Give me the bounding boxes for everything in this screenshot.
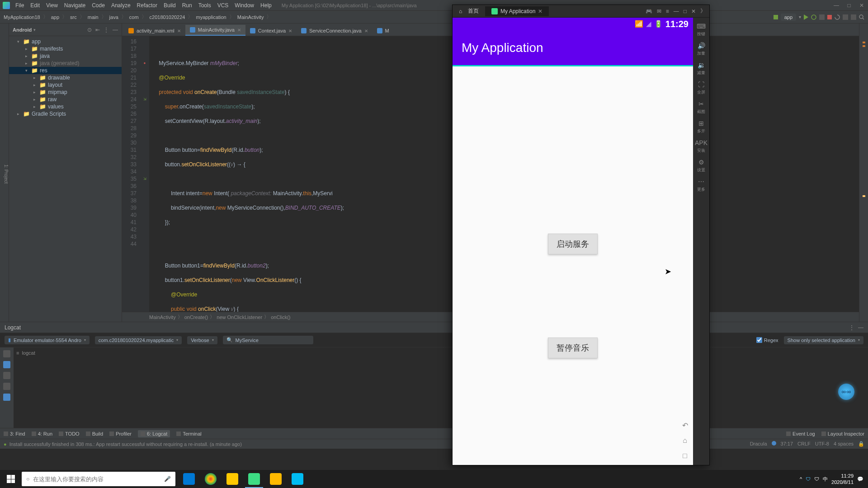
hammer-icon[interactable] [774,15,778,19]
tree-item[interactable]: ▸📁mipmap [9,89,122,96]
start-button[interactable] [0,470,22,488]
hide-icon[interactable]: — [113,27,118,33]
search-icon[interactable] [859,14,864,20]
close-icon[interactable]: ✕ [177,28,181,33]
taskbar-app-android-studio[interactable] [243,470,265,488]
close-icon[interactable]: ✕ [538,8,542,14]
emulator-side-button[interactable]: ✂截图 [694,98,708,117]
encoding[interactable]: UTF-8 [815,441,829,447]
maximize-icon[interactable]: □ [844,1,854,10]
editor-tab[interactable]: activity_main.xml✕ [124,26,185,36]
debug-icon[interactable] [811,14,816,20]
mail-icon[interactable]: ✉ [657,8,661,14]
menu-refactor[interactable]: Refactor [134,1,160,9]
tree-item[interactable]: ▸📁layout [9,81,122,89]
target-icon[interactable]: ⊙ [87,27,92,33]
emulator-side-button[interactable]: 🔉减量 [694,59,708,78]
emulator-side-button[interactable]: ⊞多开 [694,117,708,136]
scope-dropdown[interactable]: Show only selected application▾ [784,336,863,344]
search-box[interactable]: ○ 🎤 [22,472,175,486]
sdk-icon[interactable] [851,14,856,20]
home-icon[interactable]: ⌂ [680,436,689,445]
menu-edit[interactable]: Edit [28,1,42,9]
menu-file[interactable]: File [13,1,27,9]
emulator-side-button[interactable]: ⛶全屏 [694,79,708,97]
settings-icon[interactable] [3,394,10,401]
tool-window-button[interactable]: 3: Find [4,430,25,437]
menu-run[interactable]: Run [179,1,195,9]
line-ending[interactable]: CRLF [797,441,811,447]
tool-window-button[interactable]: Build [86,430,103,437]
crumb[interactable]: MainActivity [149,314,176,320]
device-dropdown[interactable]: ▾ [799,14,801,19]
tray-network-icon[interactable]: 🛡 [814,476,819,482]
menu-build[interactable]: Build [161,1,179,9]
emulator-tab-app[interactable]: My Application ✕ [485,6,549,16]
recents-icon[interactable]: □ [680,451,689,460]
menu-window[interactable]: Window [232,1,257,9]
collapse-icon[interactable]: ⇤ [95,27,100,33]
indent[interactable]: 4 spaces [834,441,854,447]
editor-tab[interactable]: MainActivity.java✕ [185,25,245,36]
more-icon[interactable]: ⋮ [849,324,854,331]
device-screen[interactable]: 📶 ◢ 🔋 11:29 My Application 启动服务 暂停音乐 [453,18,693,465]
editor-tab[interactable]: Context.java✕ [245,26,297,36]
taskbar-app[interactable] [265,470,287,488]
crumb[interactable]: java [109,14,118,20]
menu-analyze[interactable]: Analyze [108,1,133,9]
regex-checkbox[interactable]: Regex [756,337,778,343]
tool-window-button[interactable]: Event Log [786,431,815,436]
tool-window-button[interactable]: TODO [59,430,80,437]
tool-window-button[interactable]: Layout Inspector [821,431,864,436]
wrap-icon[interactable] [3,372,10,379]
crumb[interactable]: com [129,14,139,20]
level-dropdown[interactable]: Verbose▾ [187,336,217,344]
close-icon[interactable]: ✕ [364,28,368,33]
menu-view[interactable]: View [43,1,61,9]
editor-tab[interactable]: M [373,26,394,36]
restart-icon[interactable] [3,383,10,390]
search-input[interactable] [33,476,160,483]
emulator-side-button[interactable]: ⚙设置 [694,156,708,175]
taskbar-app[interactable] [222,470,243,488]
cursor-position[interactable]: 37:17 [781,441,793,447]
tree-item[interactable]: ▾📁app [9,38,122,45]
taskbar-app[interactable] [178,470,200,488]
tray-ime-icon[interactable]: 中 [823,476,828,483]
menu-tools[interactable]: Tools [196,1,214,9]
tray-chevron-icon[interactable]: ^ [800,476,802,482]
pause-music-button[interactable]: 暂停音乐 [548,338,598,358]
timer-widget[interactable]: 00:00 [838,384,854,400]
minimize-icon[interactable]: — [832,1,841,10]
tree-item[interactable]: ▸📁manifests [9,45,122,52]
scroll-icon[interactable] [3,361,10,368]
crumb[interactable]: MainActivity [237,14,264,20]
collapse-icon[interactable]: 》 [700,7,706,15]
back-icon[interactable]: ↶ [680,421,689,430]
menu-code[interactable]: Code [89,1,108,9]
tool-window-button[interactable]: Terminal [176,430,202,437]
crumb[interactable]: MyApplication18 [4,14,40,20]
filter-input[interactable]: 🔍MyService [223,336,313,344]
sidebar-title[interactable]: Android [13,27,32,33]
right-tool-strip[interactable] [859,23,868,322]
mic-icon[interactable]: 🎤 [164,476,171,482]
stop-icon[interactable] [827,15,832,19]
chevron-down-icon[interactable]: ▾ [33,28,36,32]
tool-window-button[interactable]: 4: Run [32,430,52,437]
tree-item[interactable]: ▸📁java [9,52,122,60]
crumb[interactable]: c201801020224 [150,14,185,20]
minimize-icon[interactable]: — [674,8,679,14]
tree-item[interactable]: ▸📁Gradle Scripts [9,110,122,117]
left-tool-strip[interactable]: 1: Project [0,23,9,322]
editor-tab[interactable]: ServiceConnection.java✕ [297,26,373,36]
crumb[interactable]: main [88,14,99,20]
maximize-icon[interactable]: □ [684,8,687,14]
gamepad-icon[interactable]: 🎮 [646,8,652,14]
tree-item[interactable]: ▸📁drawable [9,74,122,81]
menu-help[interactable]: Help [258,1,274,9]
crumb[interactable]: onClick() [271,314,290,320]
run-config-dropdown[interactable]: app [781,14,796,21]
process-dropdown[interactable]: com.c201801020224.myapplicatic▾ [95,336,182,344]
settings-icon[interactable]: ⋮ [104,27,109,33]
